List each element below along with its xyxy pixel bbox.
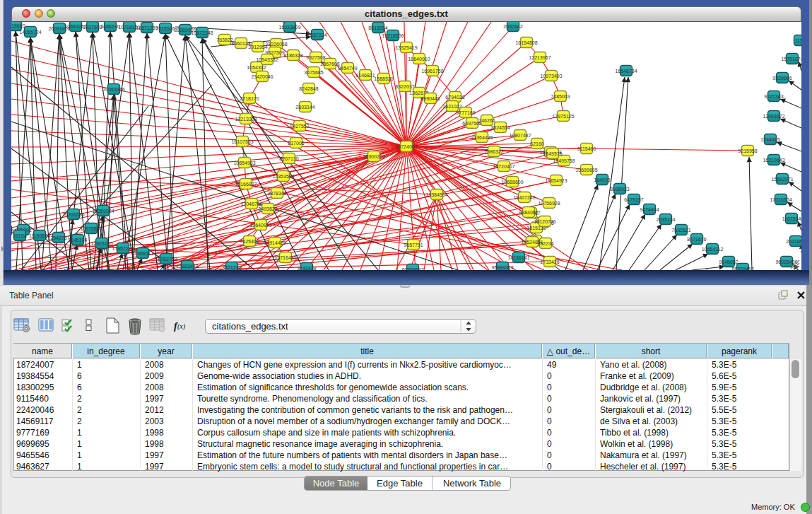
svg-text:16210643: 16210643 (763, 158, 784, 163)
svg-text:817006: 817006 (288, 141, 304, 146)
svg-text:9146821: 9146821 (355, 73, 375, 78)
svg-text:17957225: 17957225 (112, 246, 134, 251)
svg-text:10654983: 10654983 (233, 160, 255, 165)
svg-text:62160: 62160 (530, 141, 544, 146)
svg-text:8454749: 8454749 (338, 66, 357, 71)
svg-text:18724007: 18724007 (395, 144, 417, 149)
svg-text:3871230: 3871230 (222, 265, 241, 270)
svg-text:9115460: 9115460 (577, 146, 596, 151)
svg-text:2718170: 2718170 (240, 96, 259, 101)
svg-text:18407249: 18407249 (513, 195, 535, 200)
svg-text:12093872: 12093872 (763, 114, 784, 119)
svg-text:12353594: 12353594 (272, 174, 294, 179)
svg-text:18640910: 18640910 (408, 57, 430, 62)
svg-text:21364436: 21364436 (471, 135, 493, 140)
svg-text:8990448: 8990448 (420, 96, 440, 101)
svg-text:20053346: 20053346 (102, 87, 124, 92)
svg-text:13325419: 13325419 (395, 45, 417, 50)
svg-text:16154808: 16154808 (515, 40, 537, 45)
svg-text:1621022: 1621022 (442, 104, 461, 109)
svg-text:763822: 763822 (216, 37, 233, 42)
svg-text:23226058: 23226058 (265, 42, 287, 47)
svg-text:9657791: 9657791 (404, 243, 423, 247)
svg-text:7986322: 7986322 (484, 149, 503, 154)
svg-text:19384554: 19384554 (425, 192, 447, 197)
svg-text:1588520: 1588520 (374, 76, 393, 81)
svg-text:9327508: 9327508 (306, 55, 325, 60)
svg-text:7625402: 7625402 (240, 239, 259, 244)
svg-text:1054332: 1054332 (247, 65, 266, 70)
svg-text:15716485: 15716485 (274, 255, 296, 260)
svg-text:(x): (x) (177, 322, 186, 331)
svg-text:96028436: 96028436 (775, 259, 797, 264)
svg-text:15720407: 15720407 (493, 164, 514, 169)
svg-text:19524851: 19524851 (521, 240, 543, 245)
svg-text:3624554: 3624554 (490, 125, 510, 130)
svg-text:17359924: 17359924 (92, 209, 114, 214)
svg-text:10807487: 10807487 (509, 133, 531, 138)
svg-text:2367608: 2367608 (320, 62, 339, 66)
svg-text:8186328: 8186328 (283, 53, 302, 58)
svg-text:1733426: 1733426 (540, 259, 559, 264)
svg-text:12905135: 12905135 (90, 241, 112, 246)
svg-text:88320463: 88320463 (731, 267, 753, 271)
svg-text:9474444: 9474444 (640, 207, 659, 212)
svg-text:23420046: 23420046 (251, 74, 273, 79)
svg-text:19166827: 19166827 (235, 182, 257, 187)
svg-text:1849575: 1849575 (543, 151, 562, 156)
svg-text:16961758: 16961758 (421, 69, 443, 74)
svg-text:10973493: 10973493 (540, 74, 562, 78)
svg-text:9215958: 9215958 (738, 148, 757, 153)
svg-text:16033809: 16033809 (278, 25, 300, 30)
svg-text:9384067: 9384067 (519, 210, 538, 215)
svg-text:3878342: 3878342 (267, 191, 286, 196)
svg-text:16107553: 16107553 (231, 139, 253, 144)
svg-text:25300203: 25300203 (363, 154, 384, 159)
svg-text:746266: 746266 (478, 118, 495, 123)
svg-text:12213303: 12213303 (235, 117, 257, 122)
svg-text:16120746: 16120746 (534, 219, 555, 224)
svg-text:17016504: 17016504 (770, 197, 792, 202)
svg-text:10688609: 10688609 (501, 180, 523, 185)
svg-text:9777169: 9777169 (456, 110, 475, 115)
svg-text:10543332: 10543332 (256, 57, 278, 62)
svg-text:2087642: 2087642 (503, 24, 522, 29)
svg-text:8322037: 8322037 (395, 84, 414, 89)
svg-text:3675685: 3675685 (304, 70, 323, 75)
svg-text:14136141: 14136141 (507, 255, 529, 260)
svg-text:12975125: 12975125 (552, 114, 574, 119)
svg-text:9245652: 9245652 (719, 259, 738, 264)
svg-text:1145194: 1145194 (69, 238, 88, 243)
svg-text:7485003: 7485003 (551, 94, 570, 99)
svg-text:19654923: 19654923 (545, 178, 567, 183)
svg-text:7632621: 7632621 (671, 228, 690, 233)
svg-text:9329966: 9329966 (772, 76, 792, 81)
svg-text:10872248: 10872248 (191, 30, 213, 35)
svg-text:10756928: 10756928 (538, 201, 560, 206)
svg-text:15751074: 15751074 (781, 57, 801, 62)
svg-text:6794028: 6794028 (445, 95, 464, 100)
svg-text:3493822: 3493822 (258, 206, 277, 211)
svg-text:12923448: 12923448 (176, 264, 198, 269)
svg-text:7357224: 7357224 (307, 33, 326, 37)
svg-text:3741438: 3741438 (297, 266, 316, 271)
svg-text:2803144: 2803144 (295, 105, 314, 110)
svg-text:8813054: 8813054 (368, 25, 387, 30)
svg-text:8267130: 8267130 (279, 156, 298, 161)
svg-text:12942757: 12942757 (47, 235, 69, 240)
svg-text:6479197: 6479197 (624, 197, 643, 202)
svg-text:10654112: 10654112 (702, 247, 724, 252)
svg-text:16648784: 16648784 (615, 69, 637, 74)
svg-text:60929647: 60929647 (401, 267, 423, 271)
svg-text:8242848: 8242848 (299, 86, 318, 91)
svg-text:9227343: 9227343 (764, 94, 783, 99)
svg-text:10699695: 10699695 (575, 168, 597, 173)
svg-text:8938923: 8938923 (610, 187, 629, 192)
svg-text:12640989: 12640989 (249, 223, 271, 228)
svg-text:95899313: 95899313 (491, 265, 513, 270)
svg-text:2935114: 2935114 (657, 217, 676, 222)
svg-text:39154: 39154 (13, 233, 27, 238)
svg-text:14055724: 14055724 (19, 30, 41, 35)
svg-text:1244415: 1244415 (760, 137, 779, 142)
svg-text:2921859: 2921859 (786, 239, 801, 244)
